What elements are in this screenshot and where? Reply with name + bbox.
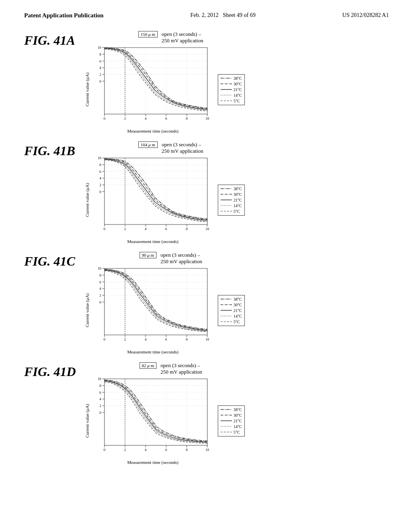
fig-41d-legend: 38°C 30°C 21°C — [218, 405, 245, 436]
svg-text:4: 4 — [100, 287, 102, 291]
fig-41d-chart-and-legend: Current value (μA) 10 8 6 — [85, 377, 245, 465]
svg-text:10: 10 — [206, 116, 210, 121]
svg-text:4: 4 — [145, 337, 147, 341]
svg-text:2: 2 — [100, 404, 102, 408]
patent-number: US 2012/028282 A1 — [342, 12, 389, 19]
svg-text:10: 10 — [98, 156, 102, 160]
fig-41b-size-badge: 104 μ m — [138, 141, 158, 148]
fig-41d-svg: 10 8 6 4 2 0 — [90, 377, 215, 457]
fig-41b-chart-and-legend: Current value (μA) 10 8 6 — [85, 156, 245, 244]
fig-41c-svg: 10 8 6 4 2 0 — [90, 266, 215, 347]
fig-41d-chart-wrapper: 82 μ m open (3 seconds) – 250 mV applica… — [85, 362, 245, 465]
legend-item-14c-b: 14°C — [221, 204, 242, 208]
fig-41d-content: 82 μ m open (3 seconds) – 250 mV applica… — [85, 362, 389, 465]
fig-41a-title-area: 150 μ m open (3 seconds) – 250 mV applic… — [138, 31, 203, 44]
legend-item-5c-c: 5°C — [221, 320, 242, 324]
fig-41a-x-label: Measurement time (seconds) — [90, 129, 215, 133]
fig-41a-chart-wrapper: 150 μ m open (3 seconds) – 250 mV applic… — [85, 31, 245, 133]
fig-41d-title: open (3 seconds) – 250 mV application — [161, 362, 202, 375]
svg-text:0: 0 — [104, 448, 106, 452]
svg-text:0: 0 — [100, 411, 102, 415]
fig-41a-size-badge: 150 μ m — [138, 31, 158, 37]
svg-text:10: 10 — [206, 448, 210, 452]
publication-date: Feb. 2, 2012 — [190, 12, 219, 18]
fig-41d-x-label: Measurement time (seconds) — [90, 460, 215, 465]
legend-item-38c-d: 38°C — [221, 407, 242, 412]
legend-item-5c: 5°C — [221, 99, 242, 103]
fig-41c-chart-wrapper: 90 μ m open (3 seconds) – 250 mV applica… — [85, 252, 245, 354]
svg-text:10: 10 — [206, 337, 210, 341]
legend-item-38c: 38°C — [221, 76, 242, 81]
fig-41d-label: FIG. 41D — [24, 362, 81, 379]
fig-41a-chart-area: Current value (μA) 10 8 — [85, 46, 215, 133]
svg-text:8: 8 — [186, 448, 188, 452]
figure-41b-row: FIG. 41B 104 μ m open (3 seconds) – 250 … — [24, 141, 389, 244]
legend-item-30c-c: 30°C — [221, 303, 242, 307]
fig-41b-legend: 38°C 30°C 21°C — [218, 185, 245, 216]
svg-text:0: 0 — [104, 337, 106, 341]
legend-item-5c-b: 5°C — [221, 209, 242, 214]
page: Patent Application Publication Feb. 2, 2… — [0, 0, 413, 532]
svg-text:4: 4 — [100, 176, 102, 180]
fig-41d-size-badge: 82 μ m — [140, 362, 157, 369]
figure-41c-row: FIG. 41C 90 μ m open (3 seconds) – 250 m… — [24, 252, 389, 354]
svg-text:4: 4 — [100, 66, 102, 70]
fig-41a-legend: 38°C 30°C 21°C — [218, 74, 245, 105]
legend-item-5c-d: 5°C — [221, 430, 242, 434]
fig-41a-content: 150 μ m open (3 seconds) – 250 mV applic… — [85, 31, 389, 133]
svg-text:6: 6 — [100, 59, 102, 63]
svg-text:6: 6 — [100, 391, 102, 395]
svg-text:2: 2 — [124, 116, 126, 121]
svg-text:8: 8 — [186, 337, 188, 341]
svg-text:6: 6 — [165, 448, 167, 452]
svg-text:10: 10 — [206, 227, 210, 231]
svg-rect-40 — [104, 158, 207, 224]
fig-41b-title-area: 104 μ m open (3 seconds) – 250 mV applic… — [138, 141, 203, 154]
legend-item-38c-c: 38°C — [221, 297, 242, 301]
svg-rect-80 — [104, 268, 207, 335]
svg-rect-0 — [104, 48, 207, 114]
svg-text:10: 10 — [98, 46, 102, 50]
fig-41c-title: open (3 seconds) – 250 mV application — [161, 252, 202, 265]
fig-41a-y-label: Current value (μA) — [85, 73, 90, 106]
fig-41c-x-label: Measurement time (seconds) — [90, 349, 215, 354]
fig-41d-y-label: Current value (μA) — [85, 404, 90, 438]
legend-item-14c-c: 14°C — [221, 314, 242, 318]
svg-text:2: 2 — [124, 227, 126, 231]
fig-41c-svg-container: 10 8 6 4 2 0 — [90, 266, 215, 354]
fig-41b-chart-area: Current value (μA) 10 8 6 — [85, 156, 215, 244]
fig-41b-chart-wrapper: 104 μ m open (3 seconds) – 250 mV applic… — [85, 141, 245, 244]
legend-item-21c: 21°C — [221, 87, 242, 92]
svg-text:8: 8 — [186, 116, 188, 121]
fig-41c-chart-area: Current value (μA) 10 8 6 — [85, 266, 215, 354]
legend-item-30c-d: 30°C — [221, 413, 242, 418]
svg-text:6: 6 — [165, 116, 167, 121]
svg-text:2: 2 — [124, 337, 126, 341]
svg-text:6: 6 — [165, 227, 167, 231]
svg-text:8: 8 — [100, 384, 102, 388]
svg-text:4: 4 — [145, 116, 147, 121]
svg-text:0: 0 — [100, 300, 102, 304]
fig-41c-label: FIG. 41C — [24, 252, 81, 269]
svg-text:0: 0 — [104, 116, 106, 121]
fig-41b-svg: 10 8 6 4 2 0 — [90, 156, 215, 237]
svg-text:4: 4 — [100, 397, 102, 401]
fig-41a-chart-and-legend: Current value (μA) 10 8 — [85, 46, 245, 133]
page-header: Patent Application Publication Feb. 2, 2… — [24, 12, 389, 19]
fig-41b-y-label: Current value (μA) — [85, 183, 90, 217]
svg-text:2: 2 — [124, 448, 126, 452]
legend-item-30c: 30°C — [221, 82, 242, 86]
svg-text:4: 4 — [145, 448, 147, 452]
fig-41c-size-badge: 90 μ m — [140, 252, 157, 258]
legend-item-21c-b: 21°C — [221, 198, 242, 202]
svg-text:6: 6 — [165, 337, 167, 341]
fig-41d-chart-area: Current value (μA) 10 8 6 — [85, 377, 215, 465]
legend-item-14c: 14°C — [221, 93, 242, 98]
fig-41c-content: 90 μ m open (3 seconds) – 250 mV applica… — [85, 252, 389, 354]
fig-41a-svg: 10 8 6 4 2 0 — [90, 46, 215, 126]
svg-text:0: 0 — [100, 79, 102, 83]
fig-41d-svg-container: 10 8 6 4 2 0 — [90, 377, 215, 465]
legend-item-38c-b: 38°C — [221, 187, 242, 191]
fig-41d-title-area: 82 μ m open (3 seconds) – 250 mV applica… — [140, 362, 202, 375]
legend-item-30c-b: 30°C — [221, 192, 242, 197]
